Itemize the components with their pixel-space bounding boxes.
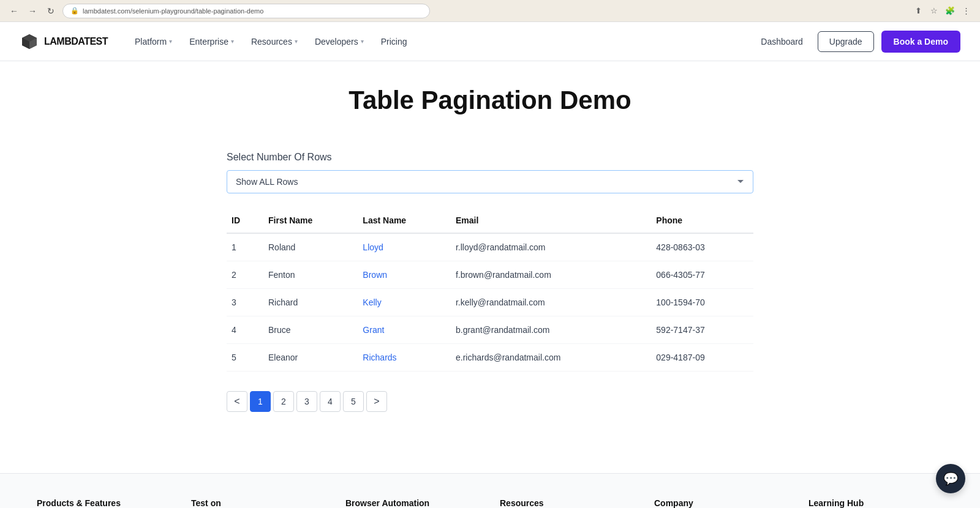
pagination-next[interactable]: > [366, 391, 387, 412]
cell-last-name: Lloyd [358, 233, 451, 261]
table-row: 3 Richard Kelly r.kelly@randatmail.com 1… [227, 289, 753, 316]
dashboard-link[interactable]: Dashboard [753, 32, 810, 51]
platform-chevron-icon: ▾ [169, 38, 172, 45]
bookmark-button[interactable]: ☆ [927, 4, 941, 18]
rows-select[interactable]: Show ALL Rows 5 10 15 [227, 170, 753, 193]
resources-chevron-icon: ▾ [295, 38, 298, 45]
navbar: LAMBDATEST Platform ▾ Enterprise ▾ Resou… [0, 22, 980, 61]
table-row: 5 Eleanor Richards e.richards@randatmail… [227, 344, 753, 372]
cell-id: 1 [227, 233, 263, 261]
cell-phone: 066-4305-77 [651, 261, 753, 289]
nav-developers[interactable]: Developers ▾ [307, 32, 371, 51]
cell-first-name: Roland [263, 233, 358, 261]
cell-first-name: Bruce [263, 316, 358, 344]
pagination-prev[interactable]: < [227, 391, 247, 412]
footer-col-title-4: Company [654, 498, 789, 508]
forward-button[interactable]: → [26, 4, 39, 18]
col-email: Email [451, 208, 651, 233]
footer-col-title-2: Browser Automation [345, 498, 480, 508]
logo-icon [20, 32, 39, 51]
cell-phone: 100-1594-70 [651, 289, 753, 316]
footer-col-title-3: Resources [500, 498, 635, 508]
cell-email: r.lloyd@randatmail.com [451, 233, 651, 261]
navbar-nav: Platform ▾ Enterprise ▾ Resources ▾ Deve… [127, 32, 753, 51]
footer-col-3: ResourcesTestMu Conf 2023 [500, 498, 635, 508]
footer-grid: Products & FeaturesAutomation TestingTes… [37, 498, 943, 508]
cell-last-name: Kelly [358, 289, 451, 316]
cell-email: r.kelly@randatmail.com [451, 289, 651, 316]
section-label: Select Number Of Rows [227, 152, 753, 163]
nav-pricing[interactable]: Pricing [374, 32, 415, 51]
cell-id: 5 [227, 344, 263, 372]
pagination-page-3[interactable]: 3 [296, 391, 317, 412]
extensions-button[interactable]: 🧩 [943, 4, 957, 18]
cell-first-name: Richard [263, 289, 358, 316]
col-phone: Phone [651, 208, 753, 233]
footer-col-title-5: Learning Hub [809, 498, 943, 508]
browser-chrome: ← → ↻ 🔒 lambdatest.com/selenium-playgrou… [0, 0, 980, 22]
url-text: lambdatest.com/selenium-playground/table… [83, 7, 263, 15]
col-first-name: First Name [263, 208, 358, 233]
cell-last-name: Brown [358, 261, 451, 289]
footer-col-1: Test onList of Browsers [191, 498, 326, 508]
col-last-name: Last Name [358, 208, 451, 233]
browser-menu-button[interactable]: ⋮ [959, 4, 973, 18]
footer-col-title-1: Test on [191, 498, 326, 508]
lock-icon: 🔒 [70, 7, 79, 15]
footer-col-0: Products & FeaturesAutomation Testing [37, 498, 172, 508]
footer: Products & FeaturesAutomation TestingTes… [0, 473, 980, 508]
cell-email: b.grant@randatmail.com [451, 316, 651, 344]
table-body: 1 Roland Lloyd r.lloyd@randatmail.com 42… [227, 233, 753, 372]
developers-chevron-icon: ▾ [361, 38, 364, 45]
pagination-page-2[interactable]: 2 [273, 391, 294, 412]
cell-email: f.brown@randatmail.com [451, 261, 651, 289]
cell-email: e.richards@randatmail.com [451, 344, 651, 372]
cell-last-name: Grant [358, 316, 451, 344]
cell-id: 2 [227, 261, 263, 289]
footer-col-title-0: Products & Features [37, 498, 172, 508]
footer-col-4: CompanyAbout Us [654, 498, 789, 508]
chat-icon: 💬 [943, 471, 959, 486]
cell-phone: 029-4187-09 [651, 344, 753, 372]
table-row: 2 Fenton Brown f.brown@randatmail.com 06… [227, 261, 753, 289]
table-row: 4 Bruce Grant b.grant@randatmail.com 592… [227, 316, 753, 344]
table-container: ID First Name Last Name Email Phone 1 Ro… [227, 208, 753, 372]
pagination-page-5[interactable]: 5 [343, 391, 364, 412]
browser-actions: ⬆ ☆ 🧩 ⋮ [911, 4, 973, 18]
nav-resources[interactable]: Resources ▾ [244, 32, 305, 51]
book-demo-button[interactable]: Book a Demo [881, 31, 960, 53]
cell-phone: 592-7147-37 [651, 316, 753, 344]
cell-phone: 428-0863-03 [651, 233, 753, 261]
pagination: < 1 2 3 4 5 > [227, 391, 753, 412]
address-bar[interactable]: 🔒 lambdatest.com/selenium-playground/tab… [62, 4, 430, 18]
chat-widget[interactable]: 💬 [936, 464, 965, 493]
enterprise-chevron-icon: ▾ [231, 38, 234, 45]
cell-first-name: Fenton [263, 261, 358, 289]
navbar-actions: Dashboard Upgrade Book a Demo [753, 31, 960, 53]
table-header-row: ID First Name Last Name Email Phone [227, 208, 753, 233]
footer-col-5: Learning HubSelenium Tutorial [809, 498, 943, 508]
nav-platform[interactable]: Platform ▾ [127, 32, 179, 51]
table-row: 1 Roland Lloyd r.lloyd@randatmail.com 42… [227, 233, 753, 261]
back-button[interactable]: ← [7, 4, 21, 18]
cell-id: 3 [227, 289, 263, 316]
logo-link[interactable]: LAMBDATEST [20, 32, 108, 51]
main-content: Table Pagination Demo Select Number Of R… [123, 61, 858, 436]
logo-text: LAMBDATEST [44, 36, 108, 47]
share-button[interactable]: ⬆ [911, 4, 925, 18]
pagination-page-4[interactable]: 4 [320, 391, 341, 412]
data-table: ID First Name Last Name Email Phone 1 Ro… [227, 208, 753, 372]
col-id: ID [227, 208, 263, 233]
rows-select-container: Select Number Of Rows Show ALL Rows 5 10… [227, 152, 753, 193]
reload-button[interactable]: ↻ [44, 4, 58, 18]
upgrade-button[interactable]: Upgrade [818, 31, 874, 52]
page-title: Table Pagination Demo [135, 86, 845, 115]
cell-id: 4 [227, 316, 263, 344]
nav-enterprise[interactable]: Enterprise ▾ [182, 32, 241, 51]
cell-first-name: Eleanor [263, 344, 358, 372]
footer-col-2: Browser AutomationSelenium Testing [345, 498, 480, 508]
cell-last-name: Richards [358, 344, 451, 372]
pagination-page-1[interactable]: 1 [250, 391, 271, 412]
